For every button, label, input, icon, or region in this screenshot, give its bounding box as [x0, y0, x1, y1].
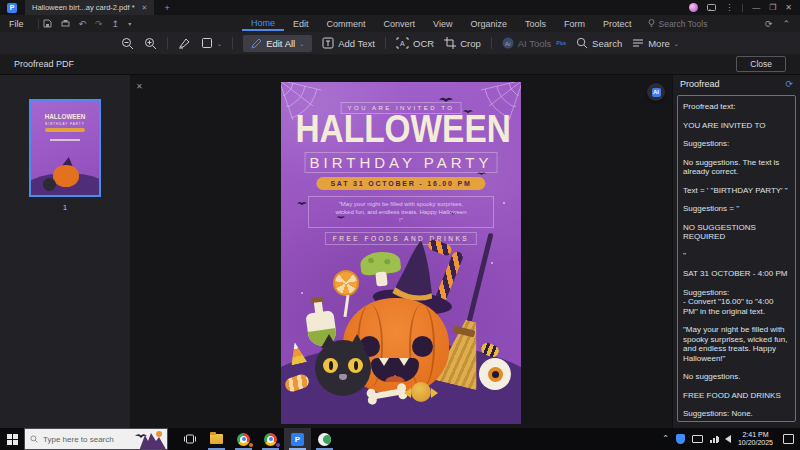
pumpkin-eye [412, 336, 433, 357]
task-view-button[interactable] [176, 428, 203, 450]
proofread-line: Suggestions: [683, 139, 790, 149]
taskbar-clock[interactable]: 2:41 PM 10/20/2025 [738, 431, 773, 447]
more-label: More [648, 38, 670, 49]
poster-subtitle-text[interactable]: BIRTHDAY PARTY [305, 152, 498, 173]
start-button[interactable] [0, 428, 24, 450]
menu-convert[interactable]: Convert [375, 17, 425, 31]
shape-tool-button[interactable]: ⌄ [201, 37, 222, 49]
refresh-icon[interactable]: ⟳ [785, 79, 793, 89]
crop-button[interactable]: Crop [444, 37, 481, 49]
add-text-label: Add Text [338, 38, 375, 49]
user-avatar[interactable] [689, 3, 698, 12]
document-tab[interactable]: Halloween birt...ay card-2.pdf * ✕ [25, 0, 154, 15]
minimize-button[interactable]: — [752, 4, 760, 12]
sync-icon[interactable]: ⟳ [765, 19, 773, 29]
zoom-out-icon [121, 37, 134, 50]
security-shield-icon[interactable] [676, 434, 685, 444]
ai-tools-button[interactable]: Ai AI Tools Plus [502, 37, 566, 49]
more-caret-icon: ⌄ [674, 40, 679, 47]
tab-title: Halloween birt...ay card-2.pdf * [32, 3, 135, 12]
zoom-out-button[interactable] [121, 37, 134, 50]
notification-center-icon[interactable] [783, 434, 794, 444]
thumbnail-panel-close-icon[interactable]: ✕ [136, 82, 143, 91]
more-button[interactable]: More ⌄ [632, 38, 679, 49]
feedback-icon[interactable] [707, 4, 716, 12]
halloween-search-art [129, 429, 167, 450]
menu-form[interactable]: Form [555, 17, 594, 31]
new-tab-button[interactable]: + [164, 3, 169, 13]
search-icon [576, 37, 588, 49]
menu-home[interactable]: Home [242, 16, 284, 31]
search-button[interactable]: Search [576, 37, 622, 49]
proofread-line: Proofread text: [683, 102, 790, 112]
task-view-icon [184, 434, 196, 444]
menu-file[interactable]: File [0, 19, 34, 29]
menu-bar: File ↶ ↷ ↥ ▾ Home Edit Comment Convert V… [0, 15, 800, 32]
menu-view[interactable]: View [424, 17, 461, 31]
proofread-line: Suggestions = '' [683, 204, 790, 214]
display-icon[interactable] [692, 435, 703, 443]
svg-text:Ai: Ai [505, 41, 510, 47]
proofread-result-box[interactable]: Proofread text: YOU ARE INVITED TO Sugge… [677, 95, 796, 422]
volume-icon[interactable] [725, 435, 731, 443]
chrome-button[interactable] [230, 428, 257, 450]
thumb-poster-subtitle: BIRTHDAY PARTY [31, 122, 99, 126]
page-thumbnail[interactable]: HALLOWEEN BIRTHDAY PARTY [29, 99, 101, 197]
paint-app-button[interactable] [311, 428, 338, 450]
menu-comment[interactable]: Comment [318, 17, 375, 31]
quote-line-3: !" [399, 217, 403, 223]
poster-date-pill[interactable]: SAT 31 OCTOBER - 16.00 PM [316, 177, 485, 190]
file-explorer-icon [210, 434, 223, 444]
lamp-icon [648, 19, 655, 28]
system-tray: ⌃ 2:41 PM 10/20/2025 [662, 431, 800, 447]
poster-quote-text[interactable]: "May your night be filled with spooky su… [308, 196, 494, 228]
edit-all-button[interactable]: Edit All ⌄ [243, 35, 312, 52]
close-window-button[interactable]: ✕ [785, 4, 792, 12]
search-tools-button[interactable]: Search Tools [648, 19, 707, 29]
more-menu-icon[interactable]: ⋮ [725, 4, 733, 12]
tray-expand-icon[interactable]: ⌃ [662, 435, 669, 443]
toolbar-divider [491, 37, 492, 49]
collapse-ribbon-icon[interactable]: ⌃ [782, 19, 790, 29]
tab-close-icon[interactable]: ✕ [142, 4, 148, 12]
close-proofread-button[interactable]: Close [736, 56, 786, 72]
chrome-profile2-button[interactable] [257, 428, 284, 450]
proofread-line: No suggestions. The text is already corr… [683, 158, 790, 177]
quote-line-2: wicked fun, and endless treats. Happy Ha… [335, 209, 466, 215]
proofread-pdf-title: Proofread PDF [14, 59, 74, 69]
document-canvas[interactable]: ✕ [130, 75, 672, 428]
menu-organize[interactable]: Organize [461, 17, 516, 31]
menu-protect[interactable]: Protect [594, 17, 641, 31]
proofread-line: YOU ARE INVITED TO [683, 121, 790, 131]
tool-bar: ⌄ Edit All ⌄ Add Text A OCR Crop Ai AI T… [0, 32, 800, 54]
file-explorer-button[interactable] [203, 428, 230, 450]
proofread-line: NO SUGGESTIONS REQUIRED [683, 223, 790, 242]
menu-edit[interactable]: Edit [284, 17, 318, 31]
thumb-cat [43, 178, 56, 191]
toolbar-divider [232, 37, 233, 49]
taskbar-search-icon [30, 435, 38, 443]
quickbar-dropdown-icon[interactable]: ▾ [128, 20, 131, 27]
search-tools-label: Search Tools [658, 19, 707, 29]
poster-title-text[interactable]: HALLOWEEN [295, 110, 506, 148]
ocr-button[interactable]: A OCR [396, 37, 434, 49]
pencil-icon [251, 38, 262, 49]
pdfelement-taskbar-button[interactable]: P [284, 428, 311, 450]
save-icon[interactable] [43, 19, 52, 28]
titlebar-divider [742, 4, 743, 12]
toolbar-divider [167, 37, 168, 49]
print-icon[interactable] [61, 19, 70, 28]
taskbar-search-box[interactable]: Type here to search [24, 428, 168, 450]
broom-handle [465, 233, 493, 327]
share-icon[interactable]: ↥ [112, 19, 120, 29]
ai-assistant-floating-button[interactable]: AI [647, 83, 665, 101]
zoom-in-button[interactable] [144, 37, 157, 50]
undo-icon[interactable]: ↶ [79, 19, 87, 29]
ocr-label: OCR [413, 38, 434, 49]
highlight-pen-button[interactable] [178, 37, 191, 49]
menu-tools[interactable]: Tools [516, 17, 555, 31]
halloween-poster-page[interactable]: YOU ARE INVITED TO HALLOWEEN BIRTHDAY PA… [281, 82, 521, 424]
maximize-button[interactable]: ❐ [769, 4, 776, 12]
add-text-button[interactable]: Add Text [322, 37, 375, 49]
redo-icon[interactable]: ↷ [95, 19, 103, 29]
